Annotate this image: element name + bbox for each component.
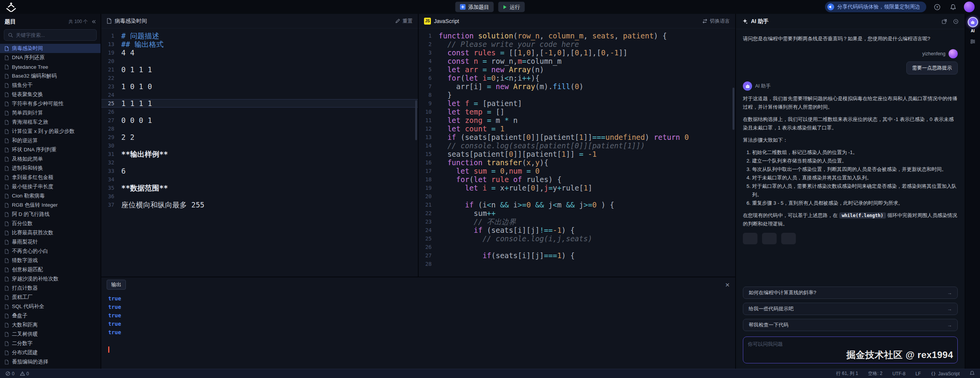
code-line[interactable]: 20 [419,192,735,201]
tab-output[interactable]: 输出 [107,280,126,290]
sidebar-item-problem[interactable]: Base32 编码和解码 [0,71,101,81]
switch-language-button[interactable]: 切换语言 [702,18,730,25]
search-box[interactable] [4,29,97,41]
code-line[interactable]: 7 arr[i] = new Array(m).fill(0) [419,82,735,91]
settings-sliders-icon[interactable] [970,38,976,45]
code-line[interactable]: 18 for(let rule of rules) { [419,175,735,184]
history-icon[interactable] [953,19,959,24]
code-editor[interactable]: 1function solution(row_n, column_m, seat… [419,28,735,277]
scrollbar-thumb[interactable] [415,100,417,140]
sidebar-item-problem[interactable]: 不再贪心的小白 [0,247,101,256]
add-problem-button[interactable]: 添加题目 [455,2,494,12]
sidebar-item-problem[interactable]: Bytedance Tree [0,62,101,71]
open-in-window-icon[interactable] [942,19,947,24]
code-line[interactable]: 28 [419,260,735,268]
markdown-line[interactable]: 37座位横向和纵向最多 255 [101,201,418,209]
markdown-line[interactable]: 22 [101,74,418,82]
markdown-line[interactable]: 34 [101,175,418,184]
markdown-line[interactable]: 336 [101,167,418,175]
markdown-line[interactable]: 1# 问题描述 [101,32,418,40]
share-banner-button[interactable]: 分享代码码场体验，领限量定制周边 [825,2,926,12]
help-icon[interactable]: ? [932,2,942,12]
code-line[interactable]: 25 // console.log(i,j,seats) [419,234,735,243]
indentation-setting[interactable]: 空格: 2 [868,370,882,377]
sidebar-item-problem[interactable]: 穿越沙漠的补给次数 [0,274,101,284]
sidebar-item-problem[interactable]: 百分位数 [0,219,101,228]
ai-input-box[interactable] [743,337,958,363]
sidebar-item-problem[interactable]: 番茄编辑的选择 [0,357,101,366]
ai-question-input[interactable] [743,337,957,363]
markdown-line[interactable]: 26 [101,108,418,116]
sidebar-item-problem[interactable]: 环状 DNA 序列判重 [0,145,101,154]
search-input[interactable] [16,32,92,38]
code-line[interactable]: 5 let arr = new Array(n) [419,65,735,74]
code-line[interactable]: 11 let zong = m * n [419,116,735,124]
code-line[interactable]: 12 let count = 1 [419,124,735,133]
markdown-line[interactable]: 210 1 1 1 [101,65,418,74]
encoding-setting[interactable]: UTF-8 [893,371,906,376]
sidebar-item-problem[interactable]: 青海湖租车之旅 [0,118,101,127]
sidebar-item-problem[interactable]: DNA 序列还原 [0,53,101,62]
user-avatar[interactable] [964,2,975,12]
sidebar-item-problem[interactable]: Cion 勒索病毒 [0,191,101,201]
markdown-editor[interactable]: 1# 问题描述13## 输出格式194 420210 1 1 122231 0 … [101,28,418,277]
sidebar-item-problem[interactable]: 和的逆运算 [0,136,101,145]
code-line[interactable]: 23 // 不出边界 [419,217,735,226]
markdown-line[interactable]: 28 [101,124,418,133]
close-icon[interactable]: ✕ [725,282,730,288]
output-console[interactable]: truetruetruetruetrue [101,292,735,369]
code-line[interactable]: 3 const rules = [[1,0],[-1,0],[0,1],[0,-… [419,48,735,57]
tab-javascript[interactable]: JS JavaScript [424,18,459,25]
markdown-line[interactable]: 24 [101,91,418,99]
code-line[interactable]: 6 for(let i=0;i<n;i++){ [419,74,735,82]
warning-count[interactable]: 0 [20,371,29,376]
scrollbar-thumb[interactable] [733,88,734,130]
sidebar-item-problem[interactable]: 分布式团建 [0,348,101,357]
attachment-placeholder[interactable] [743,233,757,244]
sidebar-item-problem[interactable]: RGB 色值转 Integer [0,201,101,210]
sidebar-item-problem[interactable]: 二叉树供暖 [0,330,101,339]
sidebar-item-problem[interactable]: 打点计数器 [0,284,101,293]
eol-setting[interactable]: LF [916,371,921,376]
suggested-question-chip[interactable]: 帮我检查一下代码→ [743,319,958,331]
code-line[interactable]: 27 if(seats[i][j]===1) { [419,251,735,260]
suggested-question-chip[interactable]: 如何在编程中计算直线的斜率?→ [743,287,958,299]
run-button[interactable]: 运行 [498,2,525,12]
language-mode[interactable]: {} JavaScript [931,371,960,376]
markdown-line[interactable]: 251 1 1 1 [101,99,418,108]
notification-bell-icon[interactable] [948,2,959,12]
code-line[interactable]: 14 // console.log(seats[patient[0]][pati… [419,141,735,150]
sidebar-item-problem[interactable]: SQL 代码补全 [0,302,101,311]
cursor-position[interactable]: 行 61, 列 1 [836,370,858,377]
statusbar-bell-icon[interactable] [970,371,975,377]
ai-assistant-toggle[interactable] [968,17,978,27]
sidebar-item-problem[interactable]: 比赛最高获胜次数 [0,228,101,237]
markdown-line[interactable]: 292 2 [101,133,418,141]
sidebar-item-problem[interactable]: 简单四则计算 [0,108,101,118]
code-line[interactable]: 13 if (seats[patient[0]][patient[1]]===u… [419,133,735,141]
sidebar-item-problem[interactable]: 创意标题匹配 [0,265,101,274]
sidebar-item-problem[interactable]: 暴雨梨花针 [0,237,101,247]
code-line[interactable]: 16 function transfer(x,y){ [419,158,735,167]
error-count[interactable]: 0 [5,371,15,376]
code-line[interactable]: 19 let i = x+rule[0],j=y+rule[1] [419,184,735,192]
sidebar-item-problem[interactable]: 病毒感染时间 [0,44,101,53]
sidebar-item-problem[interactable]: 计算位置 x 到 y 的最少步数 [0,127,101,136]
code-line[interactable]: 1function solution(row_n, column_m, seat… [419,32,735,40]
attachment-placeholder[interactable] [762,233,777,244]
sidebar-item-problem[interactable]: 蛋糕工厂 [0,293,101,302]
code-line[interactable]: 4 const n = row_n,m=column_m [419,57,735,65]
markdown-line[interactable]: 270 0 0 1 [101,116,418,124]
code-line[interactable]: 10 let temp = [] [419,108,735,116]
markdown-line[interactable]: 35**数据范围** [101,184,418,192]
code-line[interactable]: 22 sum++ [419,209,735,217]
markdown-line[interactable]: 194 4 [101,48,418,57]
sidebar-item-problem[interactable]: 及格如此简单 [0,154,101,164]
code-line[interactable]: 21 if (i<n && i>=0 && j<m && j>=0 ) { [419,201,735,209]
sidebar-item-problem[interactable]: 猫鱼分干 [0,81,101,90]
markdown-line[interactable]: 30 [101,141,418,150]
sidebar-item-problem[interactable]: 最小链接子串长度 [0,182,101,191]
markdown-line[interactable]: 36 [101,192,418,201]
sidebar-item-problem[interactable]: 大数和距离 [0,320,101,330]
sidebar-item-problem[interactable]: 拿到最多红包金额 [0,173,101,182]
